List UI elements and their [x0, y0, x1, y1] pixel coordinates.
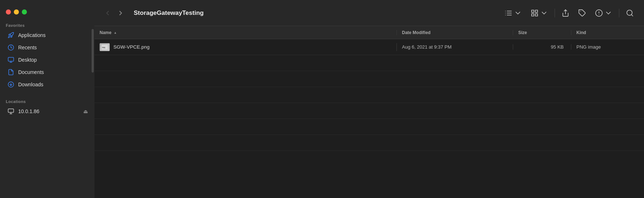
col-date-header[interactable]: Date Modified	[397, 30, 513, 35]
monitor-icon	[7, 108, 15, 115]
sidebar-item-recents[interactable]: Recents	[2, 42, 92, 53]
eject-button[interactable]: ⏏	[82, 108, 89, 115]
search-button[interactable]	[623, 7, 637, 19]
minimize-button[interactable]	[14, 9, 19, 15]
file-list-header: Name ▲ Date Modified Size Kind	[94, 26, 644, 39]
download-icon	[7, 81, 15, 88]
file-kind-cell: PNG image	[571, 44, 644, 50]
sort-chevron: ▲	[114, 31, 117, 34]
nav-buttons	[102, 8, 126, 18]
empty-row-6	[94, 135, 644, 151]
maximize-button[interactable]	[22, 9, 27, 15]
clock-icon	[7, 44, 15, 51]
favorites-header: Favorites	[0, 18, 94, 29]
svg-rect-15	[532, 10, 534, 12]
sidebar-item-documents[interactable]: Documents	[2, 66, 92, 78]
table-row[interactable]: PNG SGW-VPCE.png Aug 6, 2021 at 9:37 PM …	[94, 39, 644, 55]
file-size-cell: 95 KB	[513, 44, 571, 50]
file-name-cell: PNG SGW-VPCE.png	[94, 43, 397, 51]
sidebar-item-desktop-label: Desktop	[18, 57, 37, 63]
svg-text:PNG: PNG	[102, 46, 105, 48]
forward-button[interactable]	[115, 8, 126, 18]
locations-header: Locations	[0, 94, 94, 105]
sidebar-item-downloads-label: Downloads	[18, 82, 43, 87]
sidebar-item-downloads[interactable]: Downloads	[2, 79, 92, 90]
sidebar-item-documents-label: Documents	[18, 69, 44, 75]
empty-row-5	[94, 119, 644, 135]
toolbar: StorageGatewayTesting	[94, 0, 644, 26]
grid-view-button[interactable]	[528, 7, 551, 19]
col-size-header[interactable]: Size	[513, 30, 571, 35]
more-button[interactable]	[592, 7, 615, 19]
file-list: Name ▲ Date Modified Size Kind PNG SGW-V…	[94, 26, 644, 198]
sidebar-item-applications-label: Applications	[18, 32, 46, 38]
window-title: StorageGatewayTesting	[134, 9, 496, 17]
toolbar-divider-1	[555, 9, 555, 17]
sidebar-scrollbar[interactable]	[92, 29, 94, 73]
svg-rect-1	[8, 57, 14, 61]
svg-rect-16	[535, 10, 538, 12]
sidebar-item-network[interactable]: 10.0.1.86 ⏏	[2, 106, 92, 117]
file-icon: PNG	[100, 43, 110, 51]
close-button[interactable]	[6, 9, 11, 15]
svg-rect-18	[535, 13, 538, 16]
file-name-label: SGW-VPCE.png	[113, 44, 150, 50]
list-view-button[interactable]	[502, 7, 525, 19]
sidebar-item-applications[interactable]: Applications	[2, 29, 92, 41]
col-name-label: Name	[100, 30, 112, 35]
col-kind-header[interactable]: Kind	[571, 30, 644, 35]
col-name-header[interactable]: Name ▲	[94, 30, 397, 35]
empty-row-2	[94, 71, 644, 87]
main-content: StorageGatewayTesting	[94, 0, 644, 198]
doc-icon	[7, 69, 15, 76]
sidebar-item-network-label: 10.0.1.86	[18, 108, 39, 114]
empty-row-1	[94, 55, 644, 71]
sidebar-item-recents-label: Recents	[18, 45, 37, 50]
toolbar-divider-2	[619, 9, 619, 17]
traffic-lights	[0, 4, 94, 18]
rocket-icon	[7, 32, 15, 39]
file-date-cell: Aug 6, 2021 at 9:37 PM	[397, 44, 513, 50]
toolbar-actions	[502, 7, 637, 19]
tag-button[interactable]	[575, 7, 589, 19]
svg-rect-6	[8, 109, 14, 112]
svg-rect-17	[532, 13, 534, 16]
desktop-icon	[7, 56, 15, 63]
svg-line-25	[631, 15, 633, 16]
empty-row-4	[94, 103, 644, 119]
sidebar-item-desktop[interactable]: Desktop	[2, 54, 92, 66]
back-button[interactable]	[102, 8, 113, 18]
share-button[interactable]	[559, 7, 572, 19]
empty-row-3	[94, 87, 644, 103]
sidebar: Favorites Applications Recents	[0, 0, 94, 198]
